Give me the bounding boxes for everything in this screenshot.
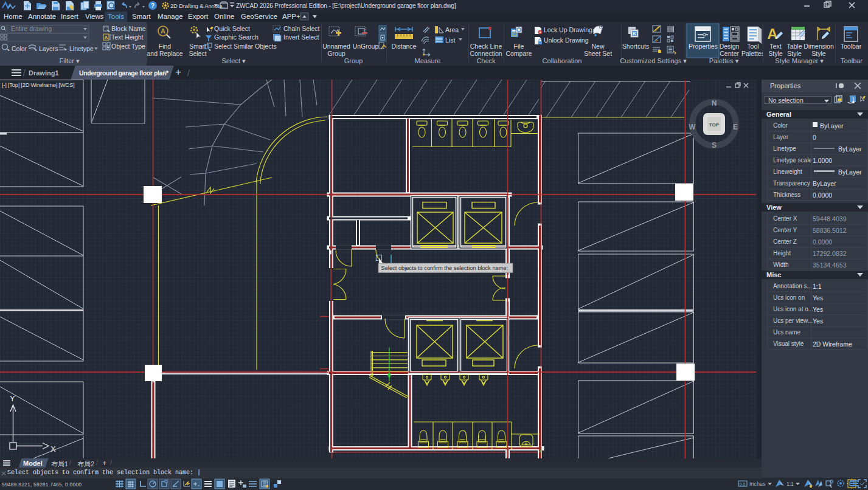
svg-text:Compare: Compare: [505, 50, 532, 57]
svg-text:Sheet Set: Sheet Set: [584, 50, 612, 57]
svg-text:Object Type: Object Type: [111, 43, 145, 50]
svg-text:Distance: Distance: [392, 43, 417, 50]
svg-text:Connection: Connection: [470, 50, 502, 57]
svg-text:Unlock Drawing: Unlock Drawing: [544, 36, 589, 44]
svg-text:Layers: Layers: [39, 45, 58, 52]
svg-text:Find: Find: [159, 43, 172, 50]
svg-text:Graphic Search: Graphic Search: [214, 33, 259, 41]
svg-text:[-] [Top] [2D Wireframe] [WCS]: [-] [Top] [2D Wireframe] [WCS]: [2, 81, 74, 88]
svg-text:List: List: [445, 36, 455, 44]
svg-text:?: ?: [151, 2, 155, 9]
svg-text:Select objects to confirm the: Select objects to confirm the selection …: [381, 265, 509, 271]
svg-text:Select Similar Objects: Select Similar Objects: [214, 43, 277, 50]
svg-text:Entire drawing: Entire drawing: [11, 25, 52, 32]
svg-text:New: New: [591, 43, 604, 50]
svg-text:TOP: TOP: [709, 122, 720, 128]
svg-text:Smart: Smart: [189, 43, 206, 50]
svg-text:Linetype: Linetype: [69, 45, 94, 52]
svg-text:X: X: [50, 444, 56, 454]
svg-text:Style: Style: [768, 50, 783, 57]
svg-text:Area: Area: [445, 26, 459, 33]
svg-text:Chain Select: Chain Select: [283, 25, 320, 32]
svg-text:1:1: 1:1: [786, 481, 794, 487]
svg-text:Text Height: Text Height: [111, 33, 144, 41]
svg-text:Properties: Properties: [689, 43, 718, 50]
svg-text:Block Name: Block Name: [111, 25, 146, 32]
svg-text:Design: Design: [720, 43, 740, 50]
svg-text:Unnamed: Unnamed: [322, 43, 350, 50]
svg-text:N: N: [712, 99, 717, 108]
svg-text:Table: Table: [786, 43, 802, 50]
svg-text:0.0: 0.0: [740, 482, 746, 486]
svg-text:A: A: [767, 26, 777, 42]
svg-text:Inches: Inches: [749, 481, 766, 487]
svg-text:Quick Select: Quick Select: [214, 25, 250, 32]
svg-text:Color: Color: [12, 45, 27, 52]
svg-text:Tool: Tool: [747, 43, 759, 50]
svg-text:K: K: [633, 31, 636, 36]
svg-text:Y: Y: [10, 394, 15, 403]
svg-text:W: W: [689, 123, 696, 131]
svg-text:Dimension: Dimension: [804, 43, 834, 50]
svg-text:File: File: [514, 43, 524, 50]
svg-text:Group: Group: [327, 50, 345, 57]
svg-text:A: A: [105, 35, 108, 40]
svg-text:Invert Select: Invert Select: [283, 33, 319, 41]
svg-text:Text: Text: [769, 43, 781, 50]
svg-text:UnGroup: UnGroup: [353, 43, 379, 50]
svg-text:Lock Up Drawing: Lock Up Drawing: [544, 26, 592, 33]
svg-text:Style: Style: [811, 50, 826, 57]
svg-text:Palettes: Palettes: [741, 50, 763, 57]
svg-text:Shortcuts: Shortcuts: [622, 43, 649, 50]
svg-text:Check Line: Check Line: [470, 43, 502, 50]
svg-text:and Replace: and Replace: [147, 50, 183, 57]
svg-text:Select: Select: [189, 50, 206, 57]
svg-text:A: A: [161, 27, 165, 35]
svg-text:Center: Center: [720, 50, 739, 57]
svg-text:E: E: [733, 123, 738, 131]
svg-text:Style: Style: [787, 50, 802, 57]
svg-text:Toolbar: Toolbar: [841, 43, 862, 50]
svg-text:S: S: [712, 141, 717, 150]
svg-text:P: P: [655, 39, 658, 43]
